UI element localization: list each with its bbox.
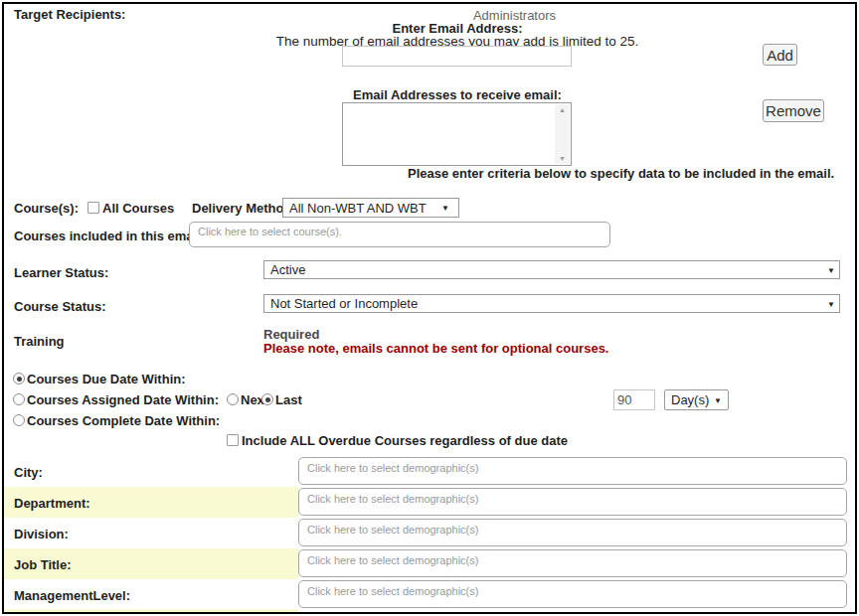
demographic-placeholder: Click here to select demographic(s) (307, 554, 478, 566)
city-input[interactable]: Click here to select demographic(s) (298, 457, 847, 485)
overdue-checkbox[interactable] (227, 434, 239, 446)
department-input[interactable]: Click here to select demographic(s) (298, 488, 847, 516)
scroll-down-icon[interactable]: ▼ (559, 155, 566, 162)
email-list-label: Email Addresses to receive email: (99, 87, 815, 102)
courses-included-placeholder: Click here to select course(s). (198, 226, 342, 237)
job-title-input[interactable]: Click here to select demographic(s) (298, 549, 847, 577)
courses-included-label: Courses included in this email: (14, 229, 205, 243)
courses-label: Course(s): (14, 201, 79, 216)
dropdown-arrow-icon: ▼ (441, 204, 449, 213)
email-list-box[interactable]: ▲ ▼ (342, 102, 572, 166)
course-status-label: Course Status: (14, 299, 105, 314)
learner-status-label: Learner Status: (14, 265, 108, 280)
dropdown-arrow-icon: ▼ (714, 395, 722, 404)
all-courses-checkbox[interactable] (87, 202, 99, 214)
learner-status-select[interactable]: Active ▼ (263, 260, 840, 279)
overdue-label: Include ALL Overdue Courses regardless o… (242, 433, 568, 448)
dropdown-arrow-icon: ▼ (827, 299, 835, 308)
delivery-method-label: Delivery Method: (192, 201, 296, 216)
assigned-date-radio[interactable] (13, 393, 25, 405)
demographic-label-management-level: ManagementLevel: (14, 588, 130, 603)
highlight-band-partial (4, 609, 298, 614)
complete-date-label: Courses Complete Date Within: (27, 413, 220, 428)
demographic-label-department: Department: (14, 496, 90, 511)
target-recipients-label: Target Recipients: (14, 7, 125, 22)
demographic-placeholder: Click here to select demographic(s) (307, 524, 478, 536)
demographic-placeholder: Click here to select demographic(s) (307, 585, 478, 597)
all-courses-label: All Courses (102, 201, 174, 216)
email-address-input[interactable] (342, 46, 572, 67)
unit-select[interactable]: Day(s) ▼ (664, 389, 729, 410)
learner-status-value: Active (270, 262, 305, 277)
next-radio[interactable] (227, 393, 239, 405)
complete-date-radio[interactable] (13, 414, 25, 426)
criteria-note: Please enter criteria below to specify d… (408, 166, 834, 181)
last-radio[interactable] (261, 393, 273, 405)
course-status-value: Not Started or Incomplete (270, 296, 418, 311)
unit-value: Day(s) (671, 392, 709, 407)
amount-input[interactable] (613, 389, 655, 410)
last-label: Last (275, 392, 302, 407)
demographic-placeholder: Click here to select demographic(s) (307, 493, 478, 505)
demographic-label-city: City: (14, 465, 43, 480)
add-button[interactable]: Add (763, 44, 797, 66)
remove-button[interactable]: Remove (763, 99, 824, 122)
demographic-label-job-title: Job Title: (14, 557, 72, 572)
training-label: Training (14, 334, 65, 349)
division-input[interactable]: Click here to select demographic(s) (298, 519, 847, 546)
due-date-label: Courses Due Date Within: (27, 372, 186, 386)
course-status-select[interactable]: Not Started or Incomplete ▼ (263, 294, 840, 313)
due-date-radio[interactable] (13, 373, 25, 385)
delivery-method-value: All Non-WBT AND WBT (289, 201, 427, 216)
demographic-label-division: Division: (14, 527, 69, 541)
management-level-input[interactable]: Click here to select demographic(s) (298, 580, 847, 608)
delivery-method-select[interactable]: All Non-WBT AND WBT ▼ (282, 198, 459, 218)
demographic-placeholder: Click here to select demographic(s) (307, 462, 478, 474)
dropdown-arrow-icon: ▼ (827, 265, 835, 274)
training-required-value: Required (263, 327, 319, 342)
listbox-scrollbar[interactable]: ▲ ▼ (555, 104, 570, 164)
email-criteria-form: Target Recipients: Administrators Enter … (0, 0, 859, 616)
assigned-date-label: Courses Assigned Date Within: (27, 392, 219, 407)
training-warning-note: Please note, emails cannot be sent for o… (263, 341, 608, 356)
scroll-up-icon[interactable]: ▲ (559, 106, 566, 113)
courses-included-input[interactable]: Click here to select course(s). (189, 222, 610, 247)
